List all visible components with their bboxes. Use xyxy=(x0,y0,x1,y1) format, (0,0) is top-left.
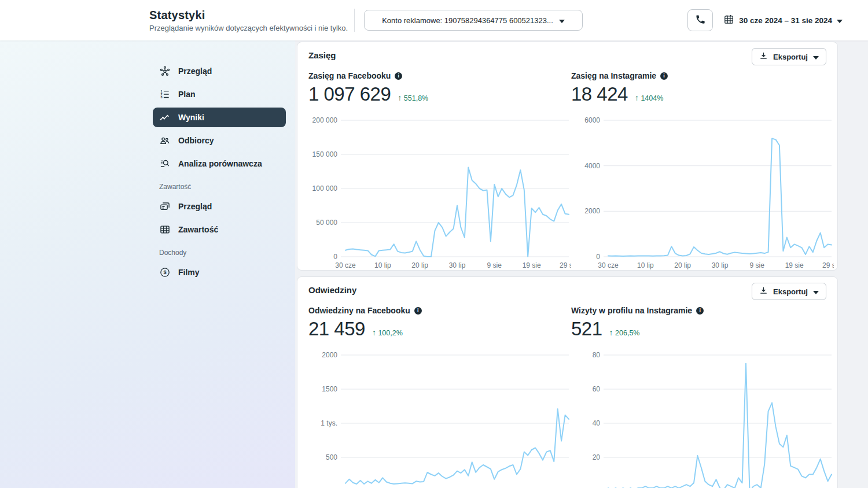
info-icon[interactable]: i xyxy=(395,72,402,80)
svg-text:30 cze: 30 cze xyxy=(598,261,619,269)
svg-text:2000: 2000 xyxy=(322,351,337,359)
sidebar-item[interactable]: 123Plan xyxy=(153,84,286,104)
date-range-label: 30 cze 2024 – 31 sie 2024 xyxy=(739,16,832,25)
card: Odwiedziny Eksportuj Odwiedziny na Faceb… xyxy=(297,276,838,488)
sidebar-item[interactable]: Odbiorcy xyxy=(153,131,286,150)
card: Zasięg Eksportuj Zasięg na Facebooku i 1… xyxy=(297,42,838,271)
metric-column: Odwiedziny na Facebooku i 21 459 ↑ 100,2… xyxy=(308,306,571,488)
metric-delta-value: 206,5% xyxy=(615,329,639,337)
svg-text:2000: 2000 xyxy=(584,207,600,215)
svg-text:4000: 4000 xyxy=(584,162,600,170)
svg-text:10 lip: 10 lip xyxy=(637,261,654,269)
metric-column: Zasięg na Instagramie i 18 424 ↑ 1404% 6… xyxy=(571,71,834,276)
content-overview-icon xyxy=(159,201,171,212)
svg-text:50 000: 50 000 xyxy=(316,219,337,227)
sidebar-item-label: Zawartość xyxy=(178,225,218,234)
phone-icon xyxy=(695,14,706,27)
sidebar-item-label: Analiza porównawcza xyxy=(178,159,262,168)
svg-text:19 sie: 19 sie xyxy=(523,261,541,269)
svg-text:80: 80 xyxy=(593,351,601,359)
card-title: Zasięg xyxy=(308,48,336,60)
info-icon[interactable]: i xyxy=(696,307,704,315)
svg-text:0: 0 xyxy=(596,253,600,261)
svg-text:$: $ xyxy=(163,269,166,275)
sidebar-item[interactable]: Wyniki xyxy=(153,108,286,127)
info-icon[interactable]: i xyxy=(414,307,422,315)
svg-text:0: 0 xyxy=(333,253,337,261)
sidebar-item-label: Plan xyxy=(178,90,196,99)
sidebar-item-label: Filmy xyxy=(178,268,200,277)
chevron-down-icon xyxy=(559,16,565,25)
svg-text:29 sie: 29 sie xyxy=(560,261,571,269)
chevron-down-icon xyxy=(837,15,843,25)
info-icon[interactable]: i xyxy=(660,72,668,80)
content-table-icon xyxy=(159,224,171,235)
monetization-icon: $ xyxy=(159,267,171,278)
overview-icon xyxy=(159,65,171,77)
page-subtitle: Przeglądanie wyników dotyczących efektyw… xyxy=(149,24,353,32)
facebook-visits-chart: 200015001 tys.500030 cze10 lip20 lip30 l… xyxy=(308,348,571,488)
benchmark-icon xyxy=(159,158,171,169)
sidebar-nav: Przegląd123PlanWynikiOdbiorcyAnaliza por… xyxy=(153,61,286,286)
trend-up-arrow: ↑ xyxy=(609,328,613,337)
date-range-picker[interactable]: 30 cze 2024 – 31 sie 2024 xyxy=(723,14,843,27)
svg-text:20: 20 xyxy=(593,453,601,461)
facebook-reach-chart: 200 000150 000100 00050 000030 cze10 lip… xyxy=(308,113,571,276)
sidebar-item[interactable]: $Filmy xyxy=(153,263,286,282)
sidebar-section-label: Zawartość xyxy=(159,183,286,191)
metric-column: Wizyty w profilu na Instagramie i 521 ↑ … xyxy=(571,306,834,488)
ad-account-dropdown-label: Konto reklamowe: 190758294364775 6005213… xyxy=(382,16,553,25)
calendar-icon xyxy=(723,14,734,27)
sidebar-item-label: Przegląd xyxy=(178,202,212,211)
instagram-reach-chart: 600040002000030 cze10 lip20 lip30 lip9 s… xyxy=(571,113,834,276)
sidebar-item[interactable]: Przegląd xyxy=(153,197,286,216)
svg-text:60: 60 xyxy=(593,385,601,393)
card-title: Odwiedziny xyxy=(308,283,356,295)
sidebar: Przegląd123PlanWynikiOdbiorcyAnaliza por… xyxy=(0,40,295,488)
audience-icon xyxy=(159,135,171,146)
instagram-profile-visits-chart: 80604020030 cze10 lip20 lip30 lip9 sie19… xyxy=(571,348,834,488)
header-divider xyxy=(354,9,355,32)
metric-value: 1 097 629 xyxy=(308,83,391,105)
svg-text:30 lip: 30 lip xyxy=(449,261,466,269)
svg-text:500: 500 xyxy=(326,453,337,461)
metric-label: Zasięg na Instagramie xyxy=(571,71,656,80)
page-title: Statystyki xyxy=(149,9,353,22)
metric-delta: ↑ 206,5% xyxy=(609,328,640,337)
sidebar-section-label: Dochody xyxy=(159,249,286,257)
chevron-down-icon xyxy=(813,53,819,61)
sidebar-item-label: Wyniki xyxy=(178,113,204,122)
svg-text:19 sie: 19 sie xyxy=(785,261,804,269)
metric-delta-value: 100,2% xyxy=(378,329,402,337)
download-icon xyxy=(759,51,768,62)
sidebar-item[interactable]: Przegląd xyxy=(153,61,286,81)
svg-text:20 lip: 20 lip xyxy=(674,261,691,269)
svg-text:100 000: 100 000 xyxy=(312,184,338,193)
export-label: Eksportuj xyxy=(773,287,808,296)
phone-button[interactable] xyxy=(687,9,713,31)
metric-label: Zasięg na Facebooku xyxy=(308,71,391,80)
svg-text:40: 40 xyxy=(593,419,601,427)
chevron-down-icon xyxy=(813,287,819,296)
svg-text:20 lip: 20 lip xyxy=(411,261,428,269)
export-button[interactable]: Eksportuj xyxy=(752,48,826,65)
svg-text:6000: 6000 xyxy=(584,116,600,124)
metric-delta-value: 1404% xyxy=(641,94,663,102)
sidebar-item[interactable]: Zawartość xyxy=(153,220,286,239)
metric-label: Wizyty w profilu na Instagramie xyxy=(571,306,692,315)
svg-text:10 lip: 10 lip xyxy=(374,261,391,269)
top-header: Statystyki Przeglądanie wyników dotycząc… xyxy=(0,0,868,40)
trend-up-arrow: ↑ xyxy=(398,93,402,102)
metric-value: 18 424 xyxy=(571,83,628,105)
metric-column: Zasięg na Facebooku i 1 097 629 ↑ 551,8%… xyxy=(308,71,571,276)
svg-text:30 lip: 30 lip xyxy=(712,261,729,269)
svg-text:9 sie: 9 sie xyxy=(487,261,502,269)
export-button[interactable]: Eksportuj xyxy=(752,283,826,300)
download-icon xyxy=(759,286,768,297)
svg-text:3: 3 xyxy=(161,95,163,99)
svg-text:1500: 1500 xyxy=(322,385,337,393)
ad-account-dropdown[interactable]: Konto reklamowe: 190758294364775 6005213… xyxy=(364,10,583,31)
svg-text:1 tys.: 1 tys. xyxy=(321,419,337,427)
sidebar-item[interactable]: Analiza porównawcza xyxy=(153,154,286,173)
svg-text:150 000: 150 000 xyxy=(312,150,338,158)
